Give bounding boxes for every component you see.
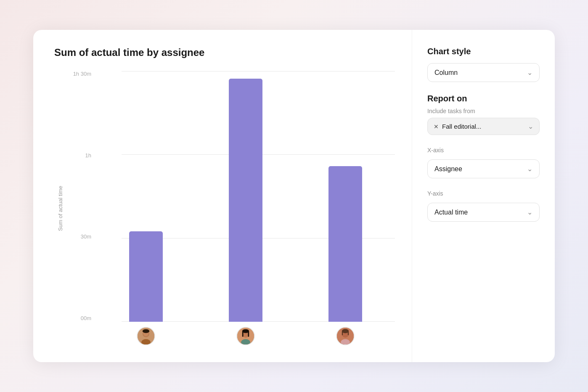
chevron-down-icon-tasks: ⌄ [528, 122, 533, 130]
bar-group-2 [229, 71, 262, 322]
chart-inner: 1h 30m 1h 30m 00m [71, 71, 395, 345]
x-axis-labels [71, 327, 395, 345]
chevron-down-icon-y: ⌄ [527, 208, 532, 216]
bar-group-1 [129, 71, 163, 322]
report-on-section: Report on Include tasks from ✕ Fall edit… [427, 94, 540, 135]
tag-content: ✕ Fall editorial... [434, 123, 481, 130]
y-axis-label-container: Sum of actual time [54, 71, 67, 345]
include-tasks-dropdown[interactable]: ✕ Fall editorial... ⌄ [427, 118, 540, 135]
chart-title: Sum of actual time by assignee [54, 47, 395, 58]
chart-style-title: Chart style [427, 47, 540, 56]
y-tick-0: 00m [71, 315, 96, 321]
y-tick-30m: 30m [71, 234, 96, 239]
tag-remove-icon[interactable]: ✕ [434, 123, 439, 130]
svg-point-13 [342, 329, 348, 333]
chevron-down-icon-x: ⌄ [527, 165, 532, 173]
svg-rect-15 [348, 331, 349, 335]
chart-plot: 1h 30m 1h 30m 00m [71, 71, 395, 322]
avatar-3 [336, 327, 355, 345]
selected-project-label: Fall editorial... [442, 123, 481, 130]
bar-2 [229, 79, 262, 322]
bar-1 [129, 231, 163, 322]
settings-panel: Chart style Column ⌄ Report on Include t… [412, 30, 555, 362]
y-axis-label: Sum of actual time [58, 185, 64, 231]
main-card: Sum of actual time by assignee Sum of ac… [33, 30, 555, 362]
chart-style-selected: Column [434, 69, 458, 77]
x-tick-1 [137, 327, 155, 345]
bar-3 [328, 166, 362, 322]
x-axis-dropdown[interactable]: Assignee ⌄ [427, 159, 540, 178]
y-tick-labels: 1h 30m 1h 30m 00m [71, 71, 96, 322]
report-on-title: Report on [427, 94, 540, 103]
chart-area: Sum of actual time by assignee Sum of ac… [33, 30, 412, 362]
y-axis-dropdown[interactable]: Actual time ⌄ [427, 203, 540, 222]
y-tick-1h: 1h [71, 153, 96, 158]
svg-rect-14 [342, 331, 342, 335]
x-tick-2 [236, 327, 255, 345]
include-tasks-label: Include tasks from [427, 108, 540, 114]
svg-rect-9 [248, 331, 249, 337]
y-axis-label-settings: Y-axis [427, 190, 540, 197]
chart-style-dropdown[interactable]: Column ⌄ [427, 63, 540, 82]
y-axis-selected: Actual time [434, 209, 468, 216]
x-axis-label: X-axis [427, 147, 540, 154]
chevron-down-icon: ⌄ [527, 69, 532, 77]
svg-point-3 [143, 329, 149, 333]
bar-group-3 [328, 71, 362, 322]
y-axis-section: Y-axis Actual time ⌄ [427, 190, 540, 222]
x-tick-3 [336, 327, 355, 345]
chart-wrapper: Sum of actual time 1h 30m 1h 30m 00m [54, 71, 395, 345]
x-axis-selected: Assignee [434, 165, 462, 173]
bars-container [96, 71, 395, 322]
svg-rect-8 [242, 331, 244, 337]
avatar-2 [236, 327, 255, 345]
avatar-1 [137, 327, 155, 345]
chart-style-section: Chart style Column ⌄ [427, 47, 540, 82]
x-axis-section: X-axis Assignee ⌄ [427, 147, 540, 178]
y-tick-1h30m: 1h 30m [71, 71, 96, 77]
